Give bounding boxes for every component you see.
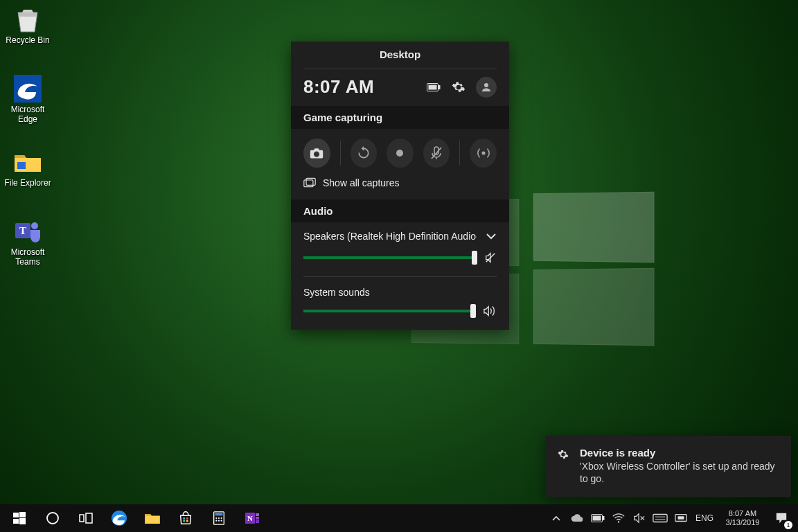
- toast-title: Device is ready: [580, 447, 779, 459]
- svg-rect-27: [186, 520, 188, 522]
- teams-icon: T: [12, 216, 43, 247]
- audio-device-label: Speakers (Realtek High Definition Audio(…: [303, 231, 477, 242]
- svg-rect-14: [306, 178, 315, 185]
- tray-volume[interactable]: [629, 504, 650, 532]
- gallery-icon: [303, 177, 316, 188]
- cortana-button[interactable]: [36, 504, 69, 532]
- tray-overflow-button[interactable]: [546, 504, 567, 532]
- svg-rect-21: [80, 515, 84, 522]
- svg-rect-13: [304, 180, 313, 187]
- svg-rect-25: [186, 517, 188, 520]
- svg-point-44: [618, 521, 619, 522]
- notification-count: 1: [784, 521, 792, 529]
- recycle-bin-icon: [12, 4, 43, 35]
- taskbar-app-edge[interactable]: [103, 504, 136, 532]
- system-volume-slider[interactable]: [303, 310, 473, 312]
- divider: [459, 141, 460, 166]
- desktop-icon-file-explorer[interactable]: File Explorer: [0, 147, 55, 188]
- desktop-icon-label: File Explorer: [4, 179, 51, 188]
- svg-rect-38: [256, 513, 259, 516]
- mic-off-icon: [430, 146, 443, 160]
- task-view-icon: [79, 513, 93, 524]
- svg-rect-24: [183, 517, 185, 520]
- gear-icon: [558, 449, 569, 460]
- store-icon: [178, 511, 193, 526]
- svg-point-35: [221, 520, 222, 522]
- desktop-icon-label: Microsoft Edge: [0, 105, 55, 125]
- tray-language[interactable]: ENG: [691, 504, 718, 532]
- cloud-icon: [570, 513, 584, 523]
- svg-rect-39: [256, 517, 259, 520]
- desktop-icon-teams[interactable]: T Microsoft Teams: [0, 216, 55, 267]
- taskbar: N ENG 8:07 AM 3/13/2019: [0, 504, 798, 532]
- svg-rect-18: [13, 519, 19, 524]
- broadcast-icon: [477, 146, 490, 160]
- svg-text:N: N: [247, 514, 253, 522]
- show-all-captures-label: Show all captures: [323, 177, 400, 188]
- section-title-capture: Game capturing: [291, 106, 509, 129]
- record-button[interactable]: [387, 139, 414, 168]
- audio-device-dropdown[interactable]: Speakers (Realtek High Definition Audio(…: [303, 231, 497, 242]
- svg-point-4: [31, 222, 38, 229]
- svg-rect-22: [86, 513, 92, 523]
- game-bar-title: Desktop: [291, 42, 509, 64]
- settings-button[interactable]: [451, 80, 466, 95]
- svg-point-32: [221, 517, 222, 519]
- tray-language-label: ENG: [695, 513, 713, 523]
- folder-icon: [12, 147, 43, 177]
- edge-icon: [110, 509, 128, 527]
- svg-rect-16: [13, 513, 19, 517]
- divider: [340, 141, 341, 166]
- mic-toggle-button[interactable]: [423, 139, 450, 168]
- project-icon: [675, 513, 687, 523]
- svg-rect-7: [429, 85, 437, 89]
- desktop-icon-label: Recycle Bin: [6, 36, 49, 46]
- tray-wifi[interactable]: [608, 504, 629, 532]
- svg-text:T: T: [19, 225, 26, 236]
- task-view-button[interactable]: [69, 504, 103, 532]
- screenshot-button[interactable]: [303, 139, 330, 168]
- svg-point-8: [484, 83, 488, 87]
- desktop-icon-label: Microsoft Teams: [0, 248, 55, 267]
- record-last-button[interactable]: [351, 139, 378, 168]
- battery-icon: [591, 514, 605, 522]
- wifi-icon: [612, 513, 625, 524]
- svg-rect-6: [438, 85, 441, 89]
- taskbar-app-file-explorer[interactable]: [136, 504, 169, 532]
- profile-button[interactable]: [476, 77, 497, 98]
- desktop-icon-edge[interactable]: Microsoft Edge: [0, 73, 55, 125]
- taskbar-app-calculator[interactable]: [202, 504, 236, 532]
- tray-input-indicator[interactable]: [650, 504, 671, 532]
- mute-button[interactable]: [484, 251, 497, 264]
- system-mute-button[interactable]: [483, 305, 497, 317]
- tray-clock[interactable]: 8:07 AM 3/13/2019: [718, 509, 768, 527]
- battery-icon: [426, 80, 441, 95]
- svg-rect-40: [256, 520, 259, 523]
- desktop-icon-recycle-bin[interactable]: Recycle Bin: [0, 4, 55, 46]
- edge-icon: [12, 73, 43, 104]
- svg-point-33: [215, 520, 217, 522]
- tray-action-center[interactable]: 1: [768, 504, 795, 532]
- divider: [303, 276, 497, 277]
- svg-rect-19: [19, 518, 26, 524]
- chevron-down-icon: [486, 232, 497, 240]
- calculator-icon: [211, 511, 227, 526]
- svg-point-12: [481, 152, 485, 155]
- notification-toast[interactable]: Device is ready 'Xbox Wireless Controlle…: [545, 436, 791, 497]
- broadcast-button[interactable]: [470, 139, 497, 168]
- camera-icon: [310, 147, 323, 159]
- game-bar-clock: 8:07 AM: [303, 76, 374, 98]
- taskbar-app-store[interactable]: [169, 504, 202, 532]
- master-volume-slider[interactable]: [303, 256, 475, 259]
- tray-onedrive[interactable]: [567, 504, 587, 532]
- tray-battery[interactable]: [587, 504, 608, 532]
- start-button[interactable]: [3, 504, 36, 532]
- svg-rect-42: [603, 516, 605, 520]
- show-all-captures-link[interactable]: Show all captures: [291, 177, 509, 200]
- svg-rect-1: [17, 162, 26, 169]
- tray-time: 8:07 AM: [729, 509, 756, 518]
- tray-project[interactable]: [671, 504, 691, 532]
- taskbar-app-onenote[interactable]: N: [236, 504, 269, 532]
- keyboard-icon: [653, 513, 668, 523]
- toast-body: 'Xbox Wireless Controller' is set up and…: [580, 460, 779, 485]
